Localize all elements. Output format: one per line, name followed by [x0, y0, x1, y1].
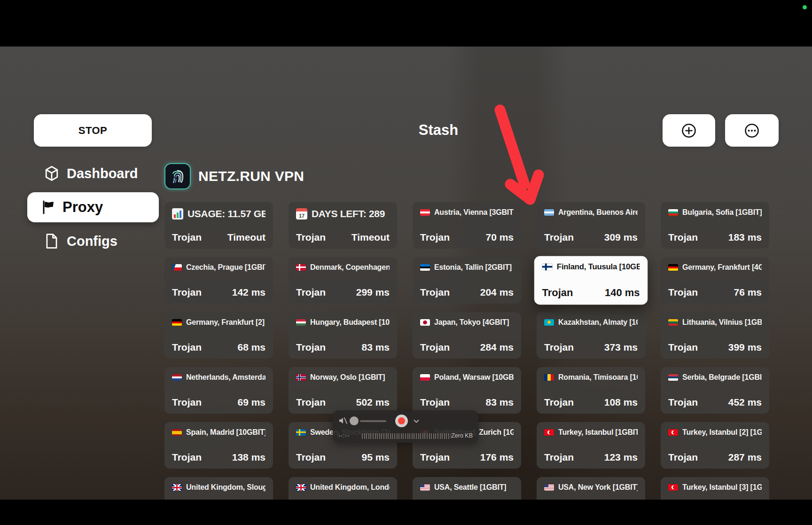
- document-icon: [44, 233, 59, 249]
- argentina-flag-icon: [544, 209, 554, 216]
- server-card[interactable]: Argentina, Buenos Aires [2... Trojan 309…: [537, 202, 645, 249]
- server-card[interactable]: Japan, Tokyo [4GBIT] Trojan 284 ms: [413, 312, 521, 359]
- server-card[interactable]: Turkey, Istanbul [2] [1GBIT] Trojan 287 …: [661, 422, 769, 469]
- server-card-header: Czechia, Prague [1GBIT]: [172, 263, 265, 272]
- usage-chart-icon: [172, 208, 183, 219]
- server-card-footer: Trojan 176 ms: [420, 452, 514, 463]
- server-card-footer: Trojan 140 ms: [542, 287, 640, 299]
- cube-icon: [44, 165, 59, 181]
- recording-size: Zero KB: [451, 432, 473, 439]
- server-card[interactable]: Germany, Frankfurt [4GBIT] Trojan 76 ms: [661, 257, 769, 304]
- record-icon: [398, 417, 405, 424]
- server-latency: 95 ms: [361, 452, 390, 463]
- server-card-header: Norway, Oslo [1GBIT]: [296, 373, 390, 382]
- more-button[interactable]: [725, 114, 779, 147]
- server-card[interactable]: 17 DAYS LEFT: 289 Trojan Timeout: [289, 202, 397, 249]
- volume-slider-track[interactable]: [360, 420, 386, 422]
- fingerprint-icon: [164, 163, 191, 189]
- serbia-flag-icon: [668, 374, 678, 381]
- server-card-header: Finland, Tuusula [10GBIT]: [542, 262, 640, 271]
- server-card-footer: Trojan 502 ms: [296, 397, 390, 408]
- server-latency: 309 ms: [604, 232, 638, 243]
- server-latency: Timeout: [227, 232, 265, 243]
- add-button[interactable]: [663, 114, 715, 147]
- server-title: Romania, Timisoara [1GBIT]: [558, 373, 638, 382]
- sidebar-item-label: Configs: [67, 234, 117, 249]
- server-title: Finland, Tuusula [10GBIT]: [557, 262, 640, 271]
- server-card-footer: Trojan 138 ms: [172, 452, 265, 463]
- server-card[interactable]: Austria, Vienna [3GBIT] Trojan 70 ms: [413, 202, 521, 249]
- server-title: Denmark, Copenhagen [3...: [310, 263, 390, 272]
- server-card[interactable]: Finland, Tuusula [10GBIT] Trojan 140 ms: [534, 256, 648, 305]
- server-latency: 69 ms: [237, 397, 265, 408]
- server-protocol: Trojan: [544, 452, 574, 463]
- denmark-flag-icon: [296, 264, 306, 271]
- server-card-footer: Trojan 83 ms: [296, 342, 390, 353]
- server-card-header: USA, New York [1GBIT]: [544, 483, 638, 492]
- server-title: Czechia, Prague [1GBIT]: [186, 263, 265, 272]
- sidebar-item-configs[interactable]: Configs: [44, 232, 117, 251]
- server-title: Spain, Madrid [10GBIT]: [186, 428, 265, 437]
- server-latency: 399 ms: [728, 342, 762, 353]
- server-card-header: Bulgaria, Sofia [1GBIT]: [668, 208, 762, 217]
- server-card[interactable]: Kazakhstan, Almaty [1GBIT] Trojan 373 ms: [537, 312, 645, 359]
- server-card-header: Kazakhstan, Almaty [1GBIT]: [544, 318, 638, 327]
- server-title: Japan, Tokyo [4GBIT]: [434, 318, 509, 327]
- server-card[interactable]: Hungary, Budapest [10GBIT] Trojan 83 ms: [289, 312, 397, 359]
- server-card-footer: Trojan 70 ms: [420, 232, 514, 243]
- server-card[interactable]: USAGE: 11.57 GB Trojan Timeout: [164, 202, 273, 249]
- server-latency: 123 ms: [604, 452, 638, 463]
- muted-speaker-icon[interactable]: [338, 416, 348, 425]
- server-card[interactable]: Spain, Madrid [10GBIT] Trojan 138 ms: [164, 422, 273, 469]
- server-protocol: Trojan: [296, 287, 326, 298]
- server-latency: 176 ms: [480, 452, 514, 463]
- recording-time: --:--: [338, 432, 350, 439]
- server-card[interactable]: Estonia, Tallin [2GBIT] Trojan 204 ms: [413, 257, 521, 304]
- server-card[interactable]: Norway, Oslo [1GBIT] Trojan 502 ms: [289, 367, 397, 414]
- volume-slider-knob[interactable]: [350, 416, 359, 425]
- server-card-footer: Trojan 204 ms: [420, 287, 514, 298]
- server-latency: 108 ms: [604, 397, 638, 408]
- server-card-footer: Trojan 76 ms: [668, 287, 762, 298]
- server-latency: 68 ms: [237, 342, 265, 353]
- server-protocol: Trojan: [420, 287, 450, 298]
- server-card-header: Austria, Vienna [3GBIT]: [420, 208, 514, 217]
- bottom-letterbox-bar: [0, 500, 812, 525]
- server-protocol: Trojan: [296, 342, 326, 353]
- server-protocol: Trojan: [668, 342, 698, 353]
- server-card[interactable]: Czechia, Prague [1GBIT] Trojan 142 ms: [164, 257, 273, 304]
- sweden-flag-icon: [296, 429, 306, 436]
- server-card[interactable]: Romania, Timisoara [1GBIT] Trojan 108 ms: [537, 367, 645, 414]
- chevron-down-icon[interactable]: [413, 417, 420, 425]
- record-button[interactable]: [395, 415, 408, 427]
- server-latency: 204 ms: [480, 287, 514, 298]
- server-protocol: Trojan: [420, 232, 450, 243]
- server-protocol: Trojan: [668, 287, 698, 298]
- server-title: United Kingdom, Slough [1...: [186, 483, 265, 492]
- server-card[interactable]: Netherlands, Amsterdam [... Trojan 69 ms: [164, 367, 273, 414]
- ellipsis-circle-icon: [743, 122, 760, 139]
- bulgaria-flag-icon: [668, 209, 678, 216]
- stop-button[interactable]: STOP: [34, 114, 152, 147]
- server-card[interactable]: Germany, Frankfurt [2] [10... Trojan 68 …: [164, 312, 273, 359]
- server-card[interactable]: Turkey, Istanbul [1GBIT] Trojan 123 ms: [537, 422, 645, 469]
- sidebar-item-proxy[interactable]: Proxy: [27, 192, 159, 222]
- server-card[interactable]: Bulgaria, Sofia [1GBIT] Trojan 183 ms: [661, 202, 769, 249]
- server-card[interactable]: Lithuania, Vilnius [1GBIT] Trojan 399 ms: [661, 312, 769, 359]
- server-card-footer: Trojan 95 ms: [296, 452, 390, 463]
- screen: STOP Stash Dashboard: [0, 0, 812, 525]
- server-card[interactable]: Serbia, Belgrade [1GBIT] Trojan 452 ms: [661, 367, 769, 414]
- sidebar-item-dashboard[interactable]: Dashboard: [44, 164, 138, 183]
- server-title: United Kingdom, London [...: [310, 483, 390, 492]
- server-card[interactable]: Denmark, Copenhagen [3... Trojan 299 ms: [289, 257, 397, 304]
- server-title: Estonia, Tallin [2GBIT]: [434, 263, 512, 272]
- server-card[interactable]: Poland, Warsaw [10GBIT] Trojan 83 ms: [413, 367, 521, 414]
- server-card-footer: Trojan 108 ms: [544, 397, 638, 408]
- server-grid: USAGE: 11.57 GB Trojan Timeout 17 DAYS L…: [164, 202, 769, 524]
- server-card-header: Estonia, Tallin [2GBIT]: [420, 263, 514, 272]
- japan-flag-icon: [420, 319, 430, 326]
- server-title: Argentina, Buenos Aires [2...: [558, 208, 638, 217]
- server-title: Hungary, Budapest [10GBIT]: [310, 318, 390, 327]
- server-protocol: Trojan: [544, 397, 574, 408]
- server-protocol: Trojan: [296, 232, 326, 243]
